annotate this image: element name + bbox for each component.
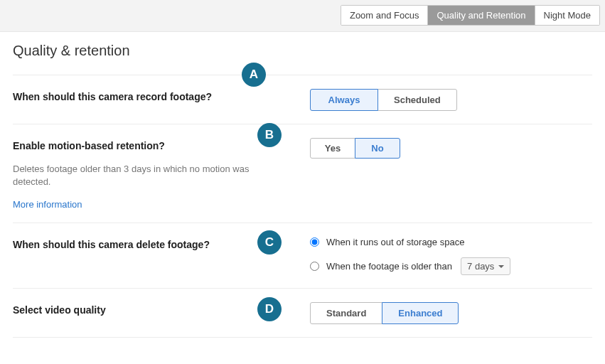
record-footage-title: When should this camera record footage?	[13, 91, 297, 102]
view-tabs: Zoom and Focus Quality and Retention Nig…	[341, 5, 600, 26]
section-video-quality: D Select video quality Standard Enhanced	[13, 289, 592, 338]
delete-option-storage-label: When it runs out of storage space	[326, 237, 464, 247]
section-motion-retention: B Enable motion-based retention? Deletes…	[13, 124, 592, 223]
footage-age-dropdown[interactable]: 7 days	[461, 257, 510, 275]
more-information-link[interactable]: More information	[13, 199, 82, 210]
motion-toggle-group: Yes No	[310, 138, 400, 159]
page-content: Quality & retention A When should this c…	[0, 32, 605, 338]
annotation-marker-d: D	[257, 297, 282, 321]
page-title: Quality & retention	[13, 43, 592, 75]
top-bar: Zoom and Focus Quality and Retention Nig…	[0, 0, 605, 32]
record-always-button[interactable]: Always	[310, 89, 378, 111]
tab-quality-and-retention[interactable]: Quality and Retention	[428, 6, 535, 25]
quality-standard-button[interactable]: Standard	[310, 302, 382, 324]
annotation-marker-a: A	[242, 63, 266, 87]
delete-option-storage-row: When it runs out of storage space	[310, 237, 592, 247]
video-quality-title: Select video quality	[13, 304, 297, 316]
motion-no-button[interactable]: No	[355, 138, 400, 159]
quality-toggle-group: Standard Enhanced	[310, 302, 459, 324]
motion-retention-title: Enable motion-based retention?	[13, 140, 297, 151]
motion-yes-button[interactable]: Yes	[310, 138, 355, 159]
record-scheduled-button[interactable]: Scheduled	[378, 89, 457, 111]
motion-retention-desc: Deletes footage older than 3 days in whi…	[13, 163, 255, 188]
caret-down-icon	[498, 265, 504, 268]
footage-age-value: 7 days	[467, 261, 494, 272]
delete-option-age-label: When the footage is older than	[326, 261, 452, 272]
section-delete-footage: C When should this camera delete footage…	[13, 223, 592, 289]
tab-zoom-and-focus[interactable]: Zoom and Focus	[341, 6, 429, 25]
section-record-footage: A When should this camera record footage…	[13, 75, 592, 124]
annotation-marker-c: C	[257, 230, 282, 255]
quality-enhanced-button[interactable]: Enhanced	[382, 302, 459, 324]
delete-option-age-row: When the footage is older than 7 days	[310, 257, 592, 275]
tab-night-mode[interactable]: Night Mode	[535, 6, 599, 25]
record-toggle-group: Always Scheduled	[310, 89, 457, 111]
delete-option-storage-radio[interactable]	[310, 237, 319, 247]
delete-option-age-radio[interactable]	[310, 262, 319, 271]
delete-footage-title: When should this camera delete footage?	[13, 239, 297, 250]
annotation-marker-b: B	[257, 123, 282, 147]
